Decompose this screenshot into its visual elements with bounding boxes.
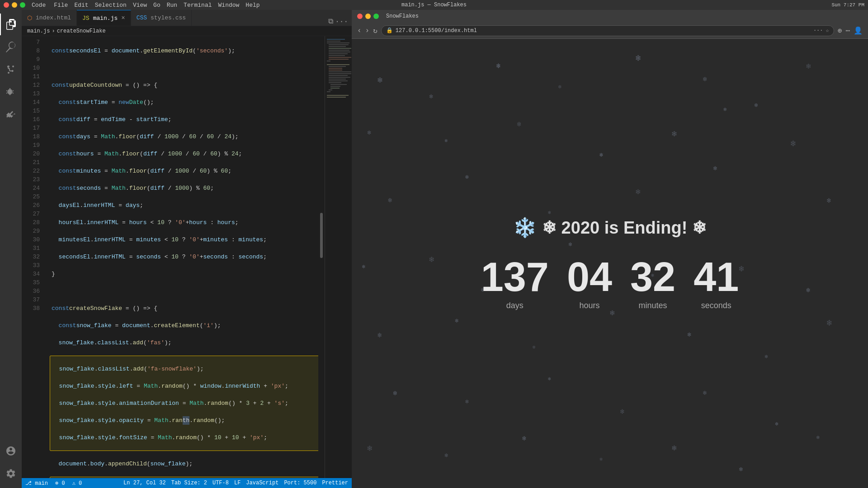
snowflake-decoration: ❄ [827,196,831,205]
extensions-icon[interactable] [0,104,22,126]
code-editor[interactable]: const secondsEl = document.getElementByI… [44,36,318,478]
menu-help[interactable]: Help [245,2,259,9]
svg-rect-15 [327,64,349,65]
js-icon: JS [82,15,90,22]
browser-reload[interactable]: ↻ [373,26,377,35]
menu-view[interactable]: View [133,2,147,9]
editor-scrollbar[interactable] [318,36,325,478]
svg-rect-13 [329,59,349,60]
browser-forward[interactable]: › [365,27,370,35]
breadcrumb-function[interactable]: createSnowFlake [57,28,106,34]
tab-size[interactable]: Tab Size: 2 [171,480,207,486]
breadcrumb-file[interactable]: main.js [27,28,50,34]
svg-rect-32 [327,97,346,98]
address-bar[interactable]: 🔒 127.0.0.1:5500/index.html ··· ☆ [381,25,834,36]
tab-main-js[interactable]: JS main.js × [77,10,131,26]
svg-rect-30 [327,91,330,92]
minutes-value: 32 [630,257,675,297]
snowflake-decoration: ❄ [672,129,677,139]
menu-terminal[interactable]: Terminal [184,2,212,9]
days-label: days [506,301,524,310]
eol[interactable]: LF [234,480,241,486]
line-numbers: 7 8 9 10 11 12 13 14 15 16 17 18 19 20 2… [22,36,44,478]
search-icon[interactable] [0,36,22,58]
titlebar-left: Code File Edit Selection View Go Run Ter… [4,2,260,9]
page-heading: ❄ 2020 is Ending! ❄ [542,218,707,238]
snowflake-decoration: ❄ [599,151,603,159]
port-info[interactable]: Port: 5500 [284,480,316,486]
tab-styles-css[interactable]: CSS styles.css [131,10,192,26]
page-title: ❄️ ❄ 2020 is Ending! ❄ [513,216,707,239]
snowflake-decoration: ❄ [723,106,726,113]
scrollbar-thumb[interactable] [320,213,323,258]
countdown-hours: 04 hours [567,257,612,310]
source-control-icon[interactable] [0,59,22,80]
menu-go[interactable]: Go [153,2,160,9]
snowflake-decoration: ❄ [377,75,382,85]
favorites-icon[interactable]: ☆ [826,27,829,34]
svg-rect-31 [327,95,349,96]
cursor-position[interactable]: Ln 27, Col 32 [123,480,166,486]
snowflake-decoration: ❄ [367,443,372,453]
warning-count[interactable]: ⚠ 0 [72,480,82,487]
close-button[interactable] [4,2,9,8]
browser-titlebar: SnowFlakes [352,10,868,23]
menu-edit[interactable]: Edit [74,2,88,9]
menu-selection[interactable]: Selection [95,2,127,9]
menu-run[interactable]: Run [167,2,177,9]
svg-rect-8 [329,50,349,51]
browser-extensions-icon[interactable]: ⊕ [838,26,842,35]
browser-back[interactable]: ‹ [357,27,362,35]
snowflake-decoration: ❄ [827,317,832,328]
explorer-icon[interactable] [0,14,22,35]
debug-icon[interactable] [0,81,22,103]
snowflake-decoration: ❄ [816,434,820,441]
tab-index-html[interactable]: ⬡ index.html [22,10,77,26]
editor-container: ⬡ index.html JS main.js × CSS styles.css… [22,10,352,488]
settings-icon[interactable] [0,463,22,484]
menu-window[interactable]: Window [218,2,240,9]
svg-rect-23 [329,79,346,80]
snowflake-decoration: ❄ [465,174,469,181]
svg-rect-6 [329,46,346,47]
browser-settings-icon[interactable]: ⋯ [845,26,850,35]
svg-rect-16 [329,66,346,67]
url-text: 127.0.0.1:5500/index.html [396,28,811,34]
more-actions-icon[interactable]: ··· [335,18,348,26]
tab-close-icon[interactable]: × [121,14,125,22]
split-editor-icon[interactable]: ⧉ [328,17,333,26]
minutes-label: minutes [639,301,667,310]
encoding[interactable]: UTF-8 [212,480,229,486]
error-count[interactable]: ⊗ 0 [55,480,65,487]
browser-maximize[interactable] [373,14,379,19]
svg-rect-19 [329,71,351,72]
countdown-seconds: 41 seconds [693,257,739,310]
countdown-days: 137 days [481,257,549,310]
browser-minimize[interactable] [365,14,371,19]
share-icon[interactable]: ··· [813,28,823,34]
language-mode[interactable]: JavaScript [246,480,278,486]
browser-close[interactable] [357,14,363,19]
status-bar: ⎇ main ⊗ 0 ⚠ 0 Ln 27, Col 32 Tab Size: 2… [22,478,352,488]
prettier-btn[interactable]: Prettier [322,480,348,486]
snowflake-decoration: ❄ [687,331,691,338]
hours-value: 04 [567,257,612,297]
svg-rect-18 [329,70,342,70]
snowflake-decoration: ❄ [569,241,572,248]
titlebar-right: Sun 7:27 PM [831,2,864,8]
menu-file[interactable]: File [54,2,68,9]
minimize-button[interactable] [12,2,17,8]
snowflake-decoration: ❄ [755,102,758,109]
snowflake-decoration: ❄ [429,93,433,100]
svg-rect-29 [329,89,332,90]
account-icon[interactable] [0,440,22,462]
maximize-button[interactable] [20,2,25,8]
svg-rect-28 [330,88,340,89]
git-branch[interactable]: ⎇ main [25,480,48,487]
svg-rect-5 [329,44,349,45]
svg-rect-7 [329,48,351,49]
browser-account-icon[interactable]: 👤 [854,26,863,35]
seconds-value: 41 [693,257,739,297]
hours-label: hours [579,301,599,310]
tab-bar-actions: ⧉ ··· [328,17,352,26]
